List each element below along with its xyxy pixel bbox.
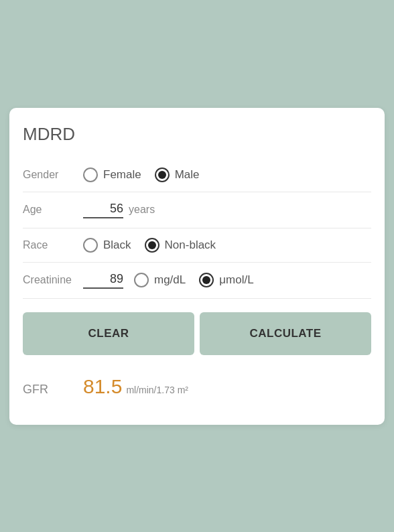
- race-nonblack-option[interactable]: Non-black: [145, 238, 216, 253]
- gender-male-label: Male: [175, 168, 200, 182]
- calculator-card: MDRD Gender Female Male Age 56 years Rac…: [9, 108, 385, 425]
- age-unit: years: [129, 204, 155, 216]
- gender-male-option[interactable]: Male: [155, 168, 200, 182]
- race-black-radio[interactable]: [83, 238, 98, 253]
- gfr-value: 81.5: [83, 375, 122, 398]
- creatinine-umoll-label: μmol/L: [219, 273, 253, 287]
- gfr-label: GFR: [23, 383, 83, 397]
- race-row: Race Black Non-black: [23, 228, 371, 263]
- age-label: Age: [23, 204, 83, 216]
- gender-female-option[interactable]: Female: [83, 168, 141, 182]
- age-value[interactable]: 56: [83, 202, 123, 218]
- creatinine-umoll-option[interactable]: μmol/L: [199, 273, 253, 287]
- creatinine-value[interactable]: 89: [83, 272, 123, 289]
- gender-male-radio[interactable]: [155, 168, 170, 182]
- clear-button[interactable]: CLEAR: [23, 312, 194, 355]
- creatinine-mgdl-option[interactable]: mg/dL: [134, 273, 186, 287]
- gender-radio-group: Female Male: [83, 168, 200, 182]
- age-row: Age 56 years: [23, 192, 371, 228]
- race-label: Race: [23, 239, 83, 251]
- gender-female-radio[interactable]: [83, 168, 98, 182]
- gfr-row: GFR 81.5 ml/min/1.73 m²: [23, 369, 371, 398]
- gender-female-label: Female: [103, 168, 141, 182]
- gfr-unit: ml/min/1.73 m²: [126, 385, 188, 395]
- creatinine-row: Creatinine 89 mg/dL μmol/L: [23, 263, 371, 299]
- creatinine-mgdl-label: mg/dL: [154, 273, 186, 287]
- calculate-button[interactable]: CALCULATE: [200, 312, 371, 355]
- gender-label: Gender: [23, 169, 83, 181]
- buttons-row: CLEAR CALCULATE: [23, 312, 371, 355]
- race-nonblack-label: Non-black: [165, 239, 216, 252]
- race-black-label: Black: [103, 239, 131, 252]
- creatinine-mgdl-radio[interactable]: [134, 273, 149, 287]
- race-black-option[interactable]: Black: [83, 238, 131, 253]
- race-nonblack-radio[interactable]: [145, 238, 159, 253]
- creatinine-label: Creatinine: [23, 274, 83, 286]
- creatinine-umoll-radio[interactable]: [199, 273, 214, 287]
- creatinine-unit-group: mg/dL μmol/L: [134, 273, 254, 287]
- race-radio-group: Black Non-black: [83, 238, 216, 253]
- gender-row: Gender Female Male: [23, 158, 371, 192]
- app-title: MDRD: [23, 124, 371, 145]
